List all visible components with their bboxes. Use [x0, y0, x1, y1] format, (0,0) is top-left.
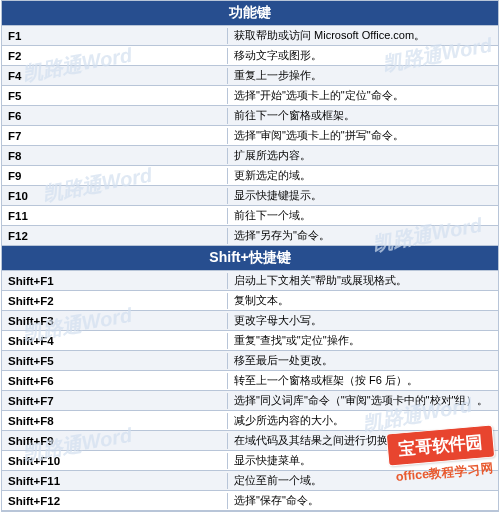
table-row: Shift+F7选择"同义词库"命令（"审阅"选项卡中的"校对"组）。	[2, 391, 498, 411]
table-row: Shift+F9在域代码及其结果之间进行切换。	[2, 431, 498, 451]
key-cell: Shift+F10	[2, 453, 228, 469]
table-row: F5选择"开始"选项卡上的"定位"命令。	[2, 86, 498, 106]
table-row: Shift+F10显示快捷菜单。	[2, 451, 498, 471]
key-cell: Shift+F11	[2, 473, 228, 489]
key-cell: Shift+F5	[2, 353, 228, 369]
desc-cell: 选择"同义词库"命令（"审阅"选项卡中的"校对"组）。	[228, 391, 498, 410]
key-cell: Shift+F3	[2, 313, 228, 329]
desc-cell: 选择"保存"命令。	[228, 491, 498, 510]
table-row: Shift+F2复制文本。	[2, 291, 498, 311]
desc-cell: 选择"审阅"选项卡上的"拼写"命令。	[228, 126, 498, 145]
key-cell: F1	[2, 28, 228, 44]
desc-cell: 选择"另存为"命令。	[228, 226, 498, 245]
desc-cell: 更改字母大小写。	[228, 311, 498, 330]
table-row: Shift+F11定位至前一个域。	[2, 471, 498, 491]
table-row: F1获取帮助或访问 Microsoft Office.com。	[2, 26, 498, 46]
table-row: Shift+F12选择"保存"命令。	[2, 491, 498, 511]
desc-cell: 重复"查找"或"定位"操作。	[228, 331, 498, 350]
key-cell: Shift+F8	[2, 413, 228, 429]
table-row: Shift+F3更改字母大小写。	[2, 311, 498, 331]
table-row: F7选择"审阅"选项卡上的"拼写"命令。	[2, 126, 498, 146]
key-cell: F5	[2, 88, 228, 104]
key-cell: F6	[2, 108, 228, 124]
desc-cell: 移动文字或图形。	[228, 46, 498, 65]
table-row: F10显示快捷键提示。	[2, 186, 498, 206]
desc-cell: 转至上一个窗格或框架（按 F6 后）。	[228, 371, 498, 390]
desc-cell: 更新选定的域。	[228, 166, 498, 185]
desc-cell: 前往下一个窗格或框架。	[228, 106, 498, 125]
desc-cell: 显示快捷菜单。	[228, 451, 498, 470]
key-cell: Shift+F9	[2, 433, 228, 449]
key-cell: F11	[2, 208, 228, 224]
table-row: Shift+F4重复"查找"或"定位"操作。	[2, 331, 498, 351]
key-cell: Shift+F6	[2, 373, 228, 389]
table-row: Shift+F1启动上下文相关"帮助"或展现格式。	[2, 271, 498, 291]
table-row: F9更新选定的域。	[2, 166, 498, 186]
table-row: F12选择"另存为"命令。	[2, 226, 498, 246]
key-cell: Shift+F7	[2, 393, 228, 409]
shortcut-tables: 功能键F1获取帮助或访问 Microsoft Office.com。F2移动文字…	[1, 0, 499, 512]
key-cell: F10	[2, 188, 228, 204]
desc-cell: 定位至前一个域。	[228, 471, 498, 490]
desc-cell: 在域代码及其结果之间进行切换。	[228, 431, 498, 450]
table-row: F11前往下一个域。	[2, 206, 498, 226]
desc-cell: 获取帮助或访问 Microsoft Office.com。	[228, 26, 498, 45]
key-cell: Shift+F1	[2, 273, 228, 289]
table-row: F6前往下一个窗格或框架。	[2, 106, 498, 126]
key-cell: F9	[2, 168, 228, 184]
table-row: Shift+F8减少所选内容的大小。	[2, 411, 498, 431]
key-cell: Shift+F2	[2, 293, 228, 309]
key-cell: F7	[2, 128, 228, 144]
table-row: Shift+F5移至最后一处更改。	[2, 351, 498, 371]
desc-cell: 启动上下文相关"帮助"或展现格式。	[228, 271, 498, 290]
table-row: F2移动文字或图形。	[2, 46, 498, 66]
key-cell: F12	[2, 228, 228, 244]
desc-cell: 复制文本。	[228, 291, 498, 310]
desc-cell: 扩展所选内容。	[228, 146, 498, 165]
table-row: F8扩展所选内容。	[2, 146, 498, 166]
key-cell: Shift+F4	[2, 333, 228, 349]
key-cell: F2	[2, 48, 228, 64]
section-header: Shift+快捷键	[2, 246, 498, 271]
table-row: Shift+F6转至上一个窗格或框架（按 F6 后）。	[2, 371, 498, 391]
desc-cell: 前往下一个域。	[228, 206, 498, 225]
table-row: F4重复上一步操作。	[2, 66, 498, 86]
key-cell: F8	[2, 148, 228, 164]
desc-cell: 移至最后一处更改。	[228, 351, 498, 370]
desc-cell: 重复上一步操作。	[228, 66, 498, 85]
desc-cell: 减少所选内容的大小。	[228, 411, 498, 430]
key-cell: Shift+F12	[2, 493, 228, 509]
desc-cell: 选择"开始"选项卡上的"定位"命令。	[228, 86, 498, 105]
desc-cell: 显示快捷键提示。	[228, 186, 498, 205]
key-cell: F4	[2, 68, 228, 84]
section-header: 功能键	[2, 1, 498, 26]
